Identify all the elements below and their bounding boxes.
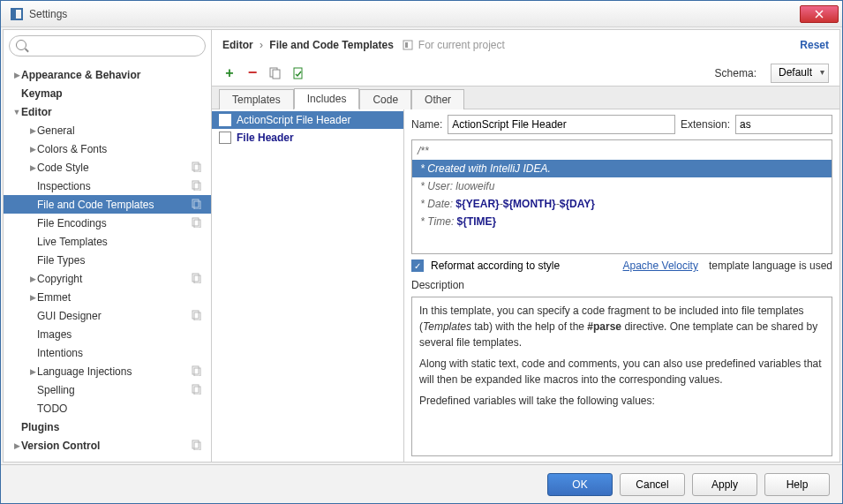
titlebar: Settings: [1, 1, 842, 27]
sidebar-item-language-injections[interactable]: ▶Language Injections: [4, 362, 211, 380]
schema-select[interactable]: Default: [771, 64, 829, 83]
search-wrap: [4, 30, 211, 62]
sidebar-item-label: File Types: [37, 254, 204, 267]
svg-rect-12: [192, 274, 199, 282]
chevron-icon: ▶: [28, 126, 37, 135]
project-icon: [192, 384, 204, 396]
sidebar-item-inspections[interactable]: Inspections: [4, 177, 211, 195]
svg-rect-8: [192, 199, 199, 207]
schema-label: Schema:: [715, 67, 756, 79]
help-button[interactable]: Help: [764, 473, 830, 496]
sidebar-item-label: Appearance & Behavior: [21, 69, 204, 81]
svg-rect-26: [294, 68, 302, 79]
list-item-label: ActionScript File Header: [237, 114, 396, 126]
close-button[interactable]: [800, 5, 839, 23]
tab-code[interactable]: Code: [359, 89, 411, 109]
sidebar-item-plugins[interactable]: Plugins: [4, 417, 211, 436]
sidebar-item-editor[interactable]: ▼Editor: [4, 102, 211, 121]
copy-button[interactable]: [268, 66, 282, 80]
sidebar-item-todo[interactable]: TODO: [4, 399, 211, 417]
project-icon: [192, 440, 204, 452]
sidebar-item-file-types[interactable]: File Types: [4, 251, 211, 269]
tab-templates[interactable]: Templates: [219, 89, 294, 109]
svg-rect-20: [192, 440, 199, 448]
sidebar-item-file-encodings[interactable]: File Encodings: [4, 214, 211, 232]
svg-rect-7: [194, 183, 200, 191]
sidebar-item-code-style[interactable]: ▶Code Style: [4, 158, 211, 177]
ok-button[interactable]: OK: [547, 473, 613, 496]
svg-rect-21: [194, 442, 200, 450]
sidebar-item-label: File Encodings: [37, 217, 192, 229]
sidebar-item-label: Plugins: [21, 421, 204, 433]
list-item[interactable]: File Header: [212, 129, 403, 147]
project-icon: [192, 273, 204, 285]
project-icon: [192, 217, 204, 229]
sidebar-item-live-templates[interactable]: Live Templates: [4, 232, 211, 251]
reformat-checkbox[interactable]: ✓: [411, 260, 424, 272]
apply-button[interactable]: Apply: [692, 473, 757, 496]
project-icon: [192, 365, 204, 378]
copy-icon: [269, 67, 282, 79]
code-line: * Time: ${TIME}: [412, 213, 832, 230]
sidebar-item-label: Inspections: [37, 180, 192, 192]
chevron-icon: ▶: [12, 71, 21, 79]
sidebar-item-file-and-code-templates[interactable]: File and Code Templates: [4, 195, 211, 214]
sidebar-item-label: Intentions: [37, 347, 204, 359]
extension-input[interactable]: [735, 115, 832, 134]
velocity-tail: template language is used: [709, 260, 832, 272]
name-input[interactable]: [448, 115, 675, 134]
sidebar-item-spelling[interactable]: Spelling: [4, 380, 211, 399]
file-icon: [219, 114, 231, 126]
sidebar-item-general[interactable]: ▶General: [4, 121, 211, 139]
close-icon: [815, 10, 824, 19]
tab-other[interactable]: Other: [411, 89, 464, 109]
svg-rect-19: [194, 387, 200, 395]
description-text: In this template, you can specify a code…: [419, 303, 824, 350]
settings-tree[interactable]: ▶Appearance & BehaviorKeymap▼Editor▶Gene…: [4, 62, 211, 462]
dialog-buttons: OK Cancel Apply Help: [1, 464, 842, 503]
add-button[interactable]: +: [222, 66, 237, 80]
sidebar-item-copyright[interactable]: ▶Copyright: [4, 269, 211, 288]
velocity-link[interactable]: Apache Velocity: [623, 260, 698, 272]
sidebar-item-intentions[interactable]: Intentions: [4, 343, 211, 362]
window-title: Settings: [29, 8, 800, 20]
refresh-button[interactable]: [291, 66, 305, 80]
sidebar-item-label: Copyright: [37, 273, 192, 285]
svg-rect-18: [192, 385, 199, 393]
sidebar-item-label: Emmet: [37, 291, 204, 304]
sidebar-item-label: Images: [37, 328, 204, 341]
breadcrumb-root: Editor: [222, 39, 253, 51]
scope-label: For current project: [418, 39, 505, 51]
breadcrumb: Editor › File and Code Templates For cur…: [212, 30, 839, 60]
chevron-icon: ▶: [28, 163, 37, 172]
sidebar-item-images[interactable]: Images: [4, 325, 211, 343]
body: ▶Appearance & BehaviorKeymap▼Editor▶Gene…: [3, 29, 840, 463]
sidebar-item-gui-designer[interactable]: GUI Designer: [4, 306, 211, 325]
sidebar-item-emmet[interactable]: ▶Emmet: [4, 288, 211, 306]
list-item[interactable]: ActionScript File Header: [212, 111, 403, 129]
refresh-icon: [292, 67, 305, 79]
cancel-button[interactable]: Cancel: [620, 473, 685, 496]
template-list[interactable]: ActionScript File HeaderFile Header: [212, 109, 404, 462]
svg-rect-14: [192, 311, 199, 319]
description-box[interactable]: In this template, you can specify a code…: [411, 297, 832, 456]
search-input[interactable]: [9, 35, 206, 56]
sidebar-item-label: Live Templates: [37, 236, 204, 248]
tab-includes[interactable]: Includes: [294, 88, 360, 109]
sidebar-item-colors-fonts[interactable]: ▶Colors & Fonts: [4, 139, 211, 158]
name-label: Name:: [411, 118, 442, 131]
sidebar-item-appearance-behavior[interactable]: ▶Appearance & Behavior: [4, 65, 211, 84]
project-icon: [192, 199, 204, 211]
reset-link[interactable]: Reset: [800, 39, 829, 51]
chevron-icon: ▶: [28, 367, 37, 376]
main: Editor › File and Code Templates For cur…: [212, 30, 839, 462]
svg-rect-4: [192, 162, 199, 170]
remove-button[interactable]: −: [245, 66, 260, 80]
svg-rect-16: [192, 366, 199, 374]
template-editor[interactable]: /** * Created with IntelliJ IDEA. * User…: [411, 139, 832, 254]
svg-rect-6: [192, 181, 199, 189]
sidebar-item-version-control[interactable]: ▶Version Control: [4, 436, 211, 455]
svg-rect-5: [194, 164, 200, 172]
svg-rect-9: [194, 201, 200, 209]
sidebar-item-keymap[interactable]: Keymap: [4, 84, 211, 102]
